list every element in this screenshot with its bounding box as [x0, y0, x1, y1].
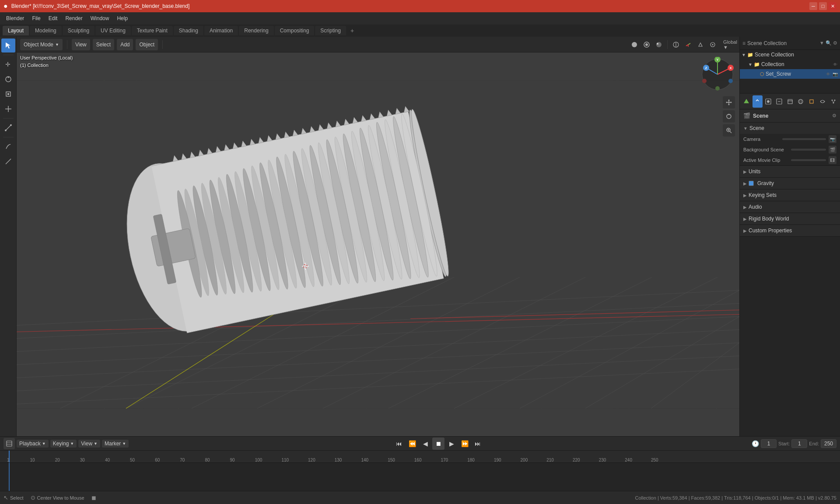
- play-btn[interactable]: ▶: [445, 438, 458, 450]
- keying-dropdown[interactable]: Keying ▼: [50, 440, 77, 448]
- menu-render[interactable]: Render: [62, 14, 86, 23]
- keying-sets-section-header[interactable]: ▶ Keying Sets: [740, 189, 840, 201]
- camera-value[interactable]: [782, 138, 826, 140]
- timeline-mode-btn[interactable]: [4, 438, 15, 449]
- scene-section-header[interactable]: ▼ Scene: [740, 122, 840, 134]
- viewport-shading-solid[interactable]: [629, 39, 640, 50]
- global-transform-dropdown[interactable]: Global ▼: [724, 39, 736, 50]
- outliner-settings-btn[interactable]: ⚙: [833, 40, 837, 46]
- viewport-icon-group: [629, 39, 718, 50]
- set-screw-visibility[interactable]: 👁: [825, 71, 831, 77]
- viewport-shading-material[interactable]: [641, 39, 652, 50]
- playback-dropdown[interactable]: Playback ▼: [17, 440, 49, 448]
- timeline-view-dropdown[interactable]: View ▼: [78, 440, 100, 448]
- end-frame-input[interactable]: 250: [821, 439, 836, 448]
- tab-animation[interactable]: Animation: [204, 26, 238, 35]
- jump-to-end-btn[interactable]: ⏭: [472, 438, 484, 450]
- play-reverse-btn[interactable]: ◀: [419, 438, 431, 450]
- outliner-item-scene-collection[interactable]: ▼ 📁 Scene Collection: [740, 50, 840, 60]
- maximize-button[interactable]: □: [819, 2, 827, 10]
- gizmo-zoom[interactable]: [723, 124, 735, 136]
- tab-layout[interactable]: Layout: [3, 26, 29, 35]
- tab-uv-editing[interactable]: UV Editing: [95, 26, 131, 35]
- prop-icon-modifiers[interactable]: [817, 95, 827, 108]
- tab-modeling[interactable]: Modeling: [30, 26, 62, 35]
- overlay-toggle[interactable]: [670, 39, 682, 50]
- jump-to-start-btn[interactable]: ⏮: [393, 438, 405, 450]
- tool-annotate-line[interactable]: [1, 154, 15, 168]
- timeline-tracks[interactable]: [0, 463, 840, 491]
- object-mode-dropdown[interactable]: Object Mode ▼: [20, 39, 63, 50]
- outliner-item-collection[interactable]: ▼ 📁 Collection 👁: [740, 60, 840, 69]
- tab-texture-paint[interactable]: Texture Paint: [132, 26, 173, 35]
- menu-window[interactable]: Window: [87, 14, 113, 23]
- snap-toggle[interactable]: [695, 39, 706, 50]
- gizmo-translate[interactable]: [723, 96, 735, 108]
- camera-browse-btn[interactable]: 📷: [829, 135, 836, 143]
- prev-keyframe-btn[interactable]: ⏪: [406, 438, 418, 450]
- viewport-shading-rendered[interactable]: [653, 39, 665, 50]
- center-view-label: Center View to Mouse: [37, 495, 84, 500]
- select-menu[interactable]: Select: [93, 39, 114, 50]
- tab-compositing[interactable]: Compositing: [275, 26, 315, 35]
- viewport-3d[interactable]: User Perspective (Local) (1) Collection: [17, 52, 739, 436]
- scene-props-header[interactable]: 🎬 Scene ⚙: [740, 109, 840, 122]
- next-keyframe-btn[interactable]: ⏩: [458, 438, 471, 450]
- prop-icon-output[interactable]: [774, 95, 784, 108]
- tab-scripting[interactable]: Scripting: [315, 26, 346, 35]
- set-screw-render[interactable]: 📷: [832, 71, 838, 77]
- audio-section-header[interactable]: ▶ Audio: [740, 201, 840, 213]
- rigid-body-section-header[interactable]: ▶ Rigid Body World: [740, 213, 840, 224]
- stop-btn[interactable]: ⏹: [432, 438, 444, 450]
- prop-icon-render[interactable]: [763, 95, 774, 108]
- prop-icon-scene[interactable]: [742, 95, 752, 108]
- tool-scale[interactable]: [1, 87, 15, 101]
- menu-file[interactable]: File: [28, 14, 44, 23]
- tab-sculpting[interactable]: Sculpting: [63, 26, 94, 35]
- viewport-gizmo[interactable]: X Y Z: [700, 57, 735, 92]
- view-menu[interactable]: View: [72, 39, 90, 50]
- menu-blender[interactable]: Blender: [3, 14, 28, 23]
- menu-help[interactable]: Help: [113, 14, 131, 23]
- start-frame-input[interactable]: 1: [791, 439, 807, 448]
- outliner-search-btn[interactable]: 🔍: [826, 40, 832, 46]
- close-button[interactable]: ✕: [829, 2, 836, 10]
- gravity-section-header[interactable]: ▶ Gravity: [740, 178, 840, 189]
- tab-rendering[interactable]: Rendering: [239, 26, 273, 35]
- add-workspace-button[interactable]: +: [347, 25, 357, 36]
- marker-dropdown[interactable]: Marker ▼: [102, 440, 129, 448]
- movie-clip-value[interactable]: [791, 159, 826, 161]
- gizmo-toggle[interactable]: [682, 39, 694, 50]
- ruler-mark-20: 20: [55, 458, 60, 462]
- prop-icon-world[interactable]: [796, 95, 806, 108]
- keying-chevron: ▼: [70, 441, 74, 446]
- tool-annotate[interactable]: [1, 140, 15, 154]
- object-menu[interactable]: Object: [136, 39, 158, 50]
- menu-edit[interactable]: Edit: [45, 14, 61, 23]
- tool-transform[interactable]: [1, 102, 15, 116]
- ruler-mark-160: 160: [414, 458, 422, 462]
- tab-shading[interactable]: Shading: [174, 26, 203, 35]
- custom-props-section-header[interactable]: ▶ Custom Properties: [740, 225, 840, 236]
- gizmo-rotate[interactable]: [723, 110, 735, 122]
- movie-clip-browse-btn[interactable]: 🎞: [829, 156, 836, 164]
- outliner-item-set-screw[interactable]: ⬡ Set_Screw 👁 📷: [740, 69, 840, 79]
- tool-measure[interactable]: [1, 121, 15, 135]
- units-section-header[interactable]: ▶ Units: [740, 166, 840, 177]
- prop-icon-particles[interactable]: [828, 95, 838, 108]
- add-menu[interactable]: Add: [117, 39, 133, 50]
- prop-icon-view-layer[interactable]: [785, 95, 795, 108]
- tool-cursor[interactable]: [1, 38, 15, 52]
- minimize-button[interactable]: ─: [809, 2, 817, 10]
- current-frame-display[interactable]: 1: [761, 439, 777, 448]
- bg-scene-browse-btn[interactable]: 🎬: [829, 146, 836, 154]
- tool-rotate[interactable]: [1, 72, 15, 86]
- prop-icon-active-scene[interactable]: [752, 95, 763, 108]
- prop-icon-object[interactable]: [807, 95, 817, 108]
- gravity-checkbox[interactable]: [749, 181, 754, 186]
- background-scene-value[interactable]: [791, 149, 826, 150]
- outliner-filter-btn[interactable]: ▼: [819, 40, 824, 46]
- collection-visibility[interactable]: 👁: [832, 61, 838, 67]
- proportional-edit[interactable]: [707, 39, 718, 50]
- tool-move[interactable]: ✛: [1, 57, 15, 71]
